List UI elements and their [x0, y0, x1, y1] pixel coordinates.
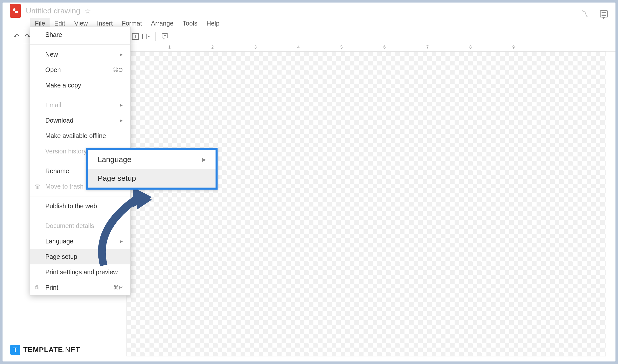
menu-separator [30, 44, 130, 45]
app-logo-icon[interactable] [10, 4, 21, 18]
canvas-area[interactable] [126, 52, 606, 356]
menu-item-print[interactable]: ⎙ Print ⌘P [30, 280, 130, 295]
comment-plus-icon [162, 33, 168, 40]
textbox-button[interactable]: T [132, 33, 139, 40]
chevron-right-icon: ▶ [120, 103, 123, 107]
shortcut-label: ⌘P [113, 284, 123, 291]
menu-arrange[interactable]: Arrange [146, 18, 178, 29]
print-icon: ⎙ [35, 284, 38, 291]
menu-item-email[interactable]: Email ▶ [30, 97, 130, 113]
svg-rect-1 [15, 11, 18, 13]
menu-item-new[interactable]: New ▶ [30, 47, 130, 62]
app-window: Untitled drawing ☆ 〽 File Edit View Inse… [3, 3, 615, 361]
ruler-tick: 1 [168, 45, 171, 50]
chevron-right-icon: ▶ [202, 156, 206, 163]
chevron-right-icon: ▶ [120, 118, 123, 123]
menu-item-open[interactable]: Open ⌘O [30, 62, 130, 78]
ruler-tick: 7 [427, 45, 429, 50]
menu-item-offline[interactable]: Make available offline [30, 128, 130, 144]
menu-help[interactable]: Help [202, 18, 224, 29]
header: Untitled drawing ☆ [3, 3, 615, 18]
canvas-checker [126, 52, 606, 356]
menu-item-make-copy[interactable]: Make a copy [30, 78, 130, 93]
header-right: 〽 [581, 10, 608, 18]
watermark-badge-icon: T [10, 345, 20, 355]
ruler[interactable]: 1 2 3 4 5 6 7 8 9 [126, 44, 615, 52]
chevron-down-icon: ▾ [148, 34, 150, 38]
toolbar-separator [155, 32, 156, 41]
ruler-tick: 9 [513, 45, 515, 50]
callout-item-language[interactable]: Language ▶ [88, 150, 216, 169]
star-icon[interactable]: ☆ [85, 7, 91, 15]
document-title[interactable]: Untitled drawing [26, 7, 80, 15]
activity-icon[interactable]: 〽 [581, 10, 588, 18]
menu-item-download[interactable]: Download ▶ [30, 113, 130, 128]
trash-icon: 🗑 [35, 183, 41, 190]
ruler-tick: 6 [383, 45, 386, 50]
watermark-text: TEMPLATE.NET [23, 346, 80, 354]
ruler-tick: 2 [211, 45, 214, 50]
watermark: T TEMPLATE.NET [10, 345, 80, 355]
callout-box: Language ▶ Page setup [86, 148, 218, 190]
ruler-tick: 4 [297, 45, 300, 50]
image-button[interactable]: ▾ [142, 33, 150, 40]
ruler-tick: 8 [470, 45, 472, 50]
shortcut-label: ⌘O [113, 67, 123, 73]
ruler-tick: 5 [340, 45, 343, 50]
callout-arrow-icon [89, 190, 164, 273]
comments-icon[interactable] [600, 10, 608, 17]
menu-separator [30, 95, 130, 95]
menu-item-share[interactable]: Share [30, 27, 130, 42]
drawings-glyph-icon [12, 8, 18, 14]
menu-tools[interactable]: Tools [178, 18, 202, 29]
svg-point-0 [13, 8, 15, 11]
undo-button[interactable]: ↶ [13, 33, 20, 40]
svg-marker-5 [137, 190, 152, 210]
chevron-right-icon: ▶ [120, 52, 123, 57]
insert-comment-button[interactable] [161, 33, 169, 40]
callout-item-page-setup[interactable]: Page setup [88, 169, 216, 188]
ruler-tick: 3 [254, 45, 257, 50]
